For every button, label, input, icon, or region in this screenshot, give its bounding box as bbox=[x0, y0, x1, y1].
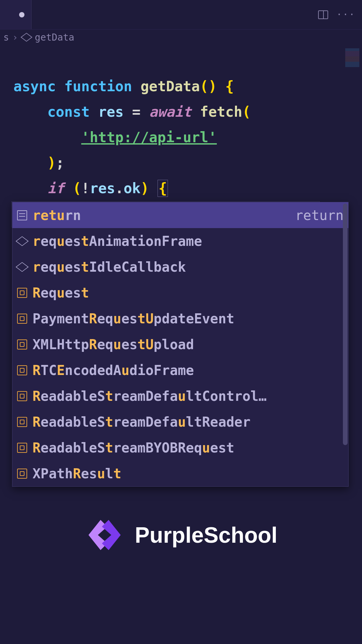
class-icon bbox=[17, 443, 27, 453]
autocomplete-label: PaymentRequestUpdateEvent bbox=[33, 311, 344, 326]
autocomplete-item[interactable]: ReadableStreamDefaultReader bbox=[12, 409, 348, 435]
class-icon bbox=[17, 288, 27, 298]
breadcrumb[interactable]: s › getData bbox=[0, 30, 362, 45]
split-editor-icon[interactable] bbox=[318, 10, 328, 19]
autocomplete-item[interactable]: requestIdleCallback bbox=[12, 254, 348, 280]
autocomplete-label: ReadableStreamBYOBRequest bbox=[33, 440, 344, 455]
autocomplete-label: ReadableStreamDefaultReader bbox=[33, 414, 344, 430]
autocomplete-item[interactable]: PaymentRequestUpdateEvent bbox=[12, 306, 348, 331]
class-icon bbox=[17, 391, 27, 401]
chevron-right-icon: › bbox=[12, 32, 18, 43]
class-icon bbox=[17, 469, 27, 479]
symbol-method-icon bbox=[20, 33, 32, 42]
keyword-const: const bbox=[47, 104, 89, 120]
autocomplete-item[interactable]: RTCEncodedAudioFrame bbox=[12, 357, 348, 383]
brand-name: PurpleSchool bbox=[135, 522, 277, 548]
autocomplete-label: Request bbox=[33, 285, 344, 301]
autocomplete-label: requestAnimationFrame bbox=[33, 233, 344, 249]
brand-footer: PurpleSchool bbox=[0, 517, 362, 553]
autocomplete-item[interactable]: ReadableStreamBYOBRequest bbox=[12, 435, 348, 461]
brace-highlight: { bbox=[158, 180, 168, 197]
unsaved-indicator-icon bbox=[19, 12, 24, 17]
autocomplete-item[interactable]: returnreturn bbox=[12, 202, 348, 228]
active-tab[interactable] bbox=[0, 0, 32, 29]
autocomplete-item[interactable]: Request bbox=[12, 280, 348, 306]
keyword-if: if bbox=[47, 180, 64, 197]
autocomplete-item[interactable]: ReadableStreamDefaultControl… bbox=[12, 383, 348, 409]
more-actions-icon[interactable]: ··· bbox=[336, 9, 355, 20]
autocomplete-label: ReadableStreamDefaultControl… bbox=[33, 388, 344, 404]
autocomplete-label: XPathResult bbox=[33, 466, 344, 481]
brand-logo-icon bbox=[84, 517, 125, 553]
function-fetch: fetch bbox=[200, 104, 242, 120]
keyword-async: async bbox=[13, 78, 56, 95]
autocomplete-detail: return bbox=[295, 208, 344, 223]
function-name: getData bbox=[140, 78, 200, 95]
code-editor[interactable]: async function getData() { const res = a… bbox=[0, 45, 362, 227]
class-icon bbox=[17, 417, 27, 427]
module-icon bbox=[16, 236, 29, 246]
autocomplete-item[interactable]: XPathResult bbox=[12, 461, 348, 486]
scrollbar-thumb[interactable] bbox=[343, 204, 348, 445]
keyword-await: await bbox=[149, 104, 191, 120]
autocomplete-item[interactable]: requestAnimationFrame bbox=[12, 228, 348, 254]
class-icon bbox=[17, 339, 27, 350]
breadcrumb-symbol: getData bbox=[35, 32, 74, 43]
autocomplete-label: return bbox=[33, 208, 290, 223]
property-ok: ok bbox=[124, 180, 141, 197]
module-icon bbox=[16, 262, 29, 272]
string-url: 'http://api-url' bbox=[81, 129, 217, 146]
autocomplete-popup: returnreturnrequestAnimationFramerequest… bbox=[12, 202, 349, 487]
keyword-icon bbox=[17, 210, 27, 220]
autocomplete-item[interactable]: XMLHttpRequestUpload bbox=[12, 331, 348, 357]
autocomplete-label: XMLHttpRequestUpload bbox=[33, 337, 344, 352]
class-icon bbox=[17, 365, 27, 375]
keyword-function: function bbox=[64, 78, 132, 95]
autocomplete-label: RTCEncodedAudioFrame bbox=[33, 363, 344, 378]
class-icon bbox=[17, 314, 27, 324]
autocomplete-label: requestIdleCallback bbox=[33, 259, 344, 275]
breadcrumb-prefix: s bbox=[3, 32, 9, 43]
variable-res: res bbox=[98, 104, 124, 120]
editor-tab-bar: ··· bbox=[0, 0, 362, 30]
